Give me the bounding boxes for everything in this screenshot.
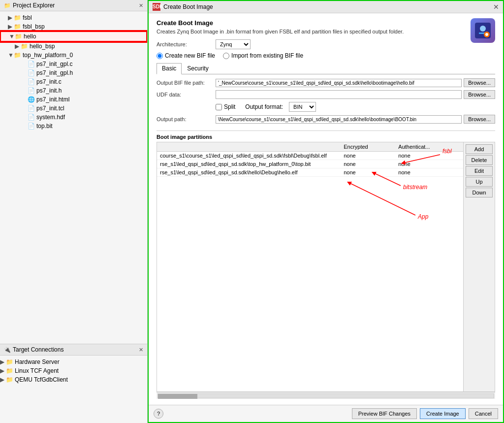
delete-button[interactable]: Delete xyxy=(466,155,493,165)
output-path-row: Output path: \NewCourse\course_s1\course… xyxy=(157,115,495,124)
ps7-init-h-label: ps7_init.h xyxy=(36,87,62,94)
table-row[interactable]: course_s1\course_s1\led_qspi_sd\led_qspi… xyxy=(157,152,463,160)
partitions-table: Encrypted Authenticat... course_s1\cours… xyxy=(157,142,463,177)
add-button[interactable]: Add xyxy=(466,144,493,154)
preview-bif-button[interactable]: Preview BIF Changes xyxy=(352,408,417,419)
project-explorer-icon: 📁 xyxy=(4,2,11,9)
tab-security[interactable]: Security xyxy=(182,63,214,74)
dialog-header: Create Boot Image Creates Zynq Boot Imag… xyxy=(157,19,495,34)
help-button[interactable]: ? xyxy=(154,409,163,419)
tc-item-hardware-server[interactable]: ▶ 📁 Hardware Server xyxy=(0,358,147,366)
svg-point-1 xyxy=(480,26,486,32)
tree-item-ps7-init-c[interactable]: 📄 ps7_init.c xyxy=(0,77,147,86)
header-icon-svg xyxy=(474,22,492,39)
tree-item-hello-bsp[interactable]: ▶ 📁 hello_bsp xyxy=(0,42,147,51)
tab-basic-label: Basic xyxy=(162,65,176,72)
hello-bsp-folder-icon: 📁 xyxy=(21,43,28,50)
output-path-browse-button[interactable]: Browse... xyxy=(464,115,495,124)
partitions-buttons: Add Delete Edit Up Down xyxy=(464,142,495,392)
fsbl-arrow: ▶ xyxy=(8,14,14,21)
tree-item-fsbl-bsp[interactable]: ▶ 📁 fsbl_bsp xyxy=(0,22,147,31)
cancel-button[interactable]: Cancel xyxy=(469,408,498,419)
ps7-gpl-c-icon: 📄 xyxy=(28,61,35,67)
tree-item-top-hw[interactable]: ▼ 📁 top_hw_platform_0 xyxy=(0,51,147,60)
bitstream-annotation: bitstream xyxy=(403,184,427,191)
fsbl-bsp-folder-icon: 📁 xyxy=(14,23,21,30)
split-format-control: Split Output format: BIN MCS xyxy=(216,102,495,112)
tree-item-fsbl[interactable]: ▶ 📁 fsbl xyxy=(0,13,147,22)
output-bif-row: Output BIF file path: '_NewCourse\course… xyxy=(157,78,495,87)
scrollbar-area xyxy=(157,392,495,399)
row1-encrypted: none xyxy=(341,152,395,160)
tc-item-qemu[interactable]: ▶ 📁 QEMU TcfGdbClient xyxy=(0,375,147,384)
tree-item-top-bit[interactable]: 📄 top.bit xyxy=(0,122,147,130)
hello-bsp-arrow: ▶ xyxy=(15,43,21,50)
edit-button[interactable]: Edit xyxy=(466,166,493,176)
radio-create-new[interactable]: Create new BIF file xyxy=(157,52,215,59)
partitions-label: Boot image partitions xyxy=(157,130,495,140)
fsbl-label: fsbl xyxy=(23,14,32,21)
tree-item-ps7-init-tcl[interactable]: 📄 ps7_init.tcl xyxy=(0,104,147,113)
tab-security-label: Security xyxy=(187,65,208,72)
hello-label: hello xyxy=(24,33,36,40)
table-row[interactable]: rse_s1\led_qspi_sd\led_qspi_sd.sdk\hello… xyxy=(157,168,463,177)
output-path-input[interactable]: \NewCourse\course_s1\course_s1\led_qspi_… xyxy=(216,115,462,124)
output-bif-control: '_NewCourse\course_s1\course_s1\led_qspi… xyxy=(216,78,495,87)
split-checkbox-label[interactable]: Split xyxy=(216,103,235,110)
system-hdf-icon: 📄 xyxy=(28,114,35,121)
ps7-init-c-icon: 📄 xyxy=(28,78,35,85)
output-bif-input[interactable]: '_NewCourse\course_s1\course_s1\led_qspi… xyxy=(216,79,462,87)
radio-create-new-input[interactable] xyxy=(157,53,163,59)
tree-item-ps7-init-h[interactable]: 📄 ps7_init.h xyxy=(0,86,147,95)
architecture-select[interactable]: Zynq ZynqMP xyxy=(216,39,251,49)
scrollbar-track[interactable] xyxy=(158,393,494,398)
linux-tcf-arrow: ▶ xyxy=(0,367,6,374)
row2-path: rse_s1\led_qspi_sd\led_qspi_sd.sdk\top_h… xyxy=(157,160,341,168)
hello-bsp-label: hello_bsp xyxy=(30,43,55,50)
udf-data-input[interactable] xyxy=(216,90,462,99)
tab-basic[interactable]: Basic xyxy=(157,63,182,74)
radio-import-input[interactable] xyxy=(223,53,229,59)
split-label: Split xyxy=(224,103,235,110)
udf-data-label: UDF data: xyxy=(157,92,216,98)
row1-auth: none xyxy=(395,152,463,160)
udf-data-row: UDF data: Browse... xyxy=(157,90,495,99)
output-bif-browse-button[interactable]: Browse... xyxy=(464,78,495,87)
top-hw-folder-icon: 📁 xyxy=(14,52,21,59)
target-connections: 🔌 Target Connections ✕ ▶ 📁 Hardware Serv… xyxy=(0,344,147,423)
output-bif-label: Output BIF file path: xyxy=(157,80,216,86)
ps7-init-html-label: ps7_init.html xyxy=(36,96,69,103)
tree-item-ps7-init-html[interactable]: 🌐 ps7_init.html xyxy=(0,95,147,104)
scrollbar-thumb[interactable] xyxy=(158,394,197,399)
dialog-close-button[interactable]: ✕ xyxy=(493,3,499,11)
hello-folder-icon: 📁 xyxy=(15,33,22,40)
qemu-icon: 📁 xyxy=(6,376,13,383)
output-format-select[interactable]: BIN MCS xyxy=(289,102,316,112)
tc-item-linux-tcf[interactable]: ▶ 📁 Linux TCF Agent xyxy=(0,366,147,375)
udf-data-browse-button[interactable]: Browse... xyxy=(464,90,495,99)
up-button[interactable]: Up xyxy=(466,177,493,187)
table-row[interactable]: rse_s1\led_qspi_sd\led_qspi_sd.sdk\top_h… xyxy=(157,160,463,168)
tree-item-system-hdf[interactable]: 📄 system.hdf xyxy=(0,113,147,122)
dialog-header-description: Creates Zynq Boot Image in .bin format f… xyxy=(157,29,495,34)
dialog-titlebar: SDK Create Boot Image ✕ xyxy=(149,1,503,13)
linux-tcf-label: Linux TCF Agent xyxy=(15,367,59,374)
project-explorer-close[interactable]: ✕ xyxy=(139,2,143,9)
ps7-init-tcl-label: ps7_init.tcl xyxy=(36,105,64,112)
split-checkbox[interactable] xyxy=(216,104,222,110)
hw-server-label: Hardware Server xyxy=(15,358,60,365)
header-icon xyxy=(471,18,495,43)
tree-item-ps7-gpl-h[interactable]: 📄 ps7_init_gpl.h xyxy=(0,68,147,77)
ps7-gpl-h-icon: 📄 xyxy=(28,69,35,76)
ps7-gpl-h-label: ps7_init_gpl.h xyxy=(36,69,73,76)
radio-import-label: Import from existing BIF file xyxy=(231,52,303,59)
down-button[interactable]: Down xyxy=(466,188,493,197)
target-connections-close[interactable]: ✕ xyxy=(139,347,143,353)
target-connections-tree: ▶ 📁 Hardware Server ▶ 📁 Linux TCF Agent … xyxy=(0,356,147,386)
tree-item-ps7-gpl-c[interactable]: 📄 ps7_init_gpl.c xyxy=(0,60,147,68)
create-image-button[interactable]: Create Image xyxy=(420,408,466,419)
svg-point-4 xyxy=(485,33,488,36)
radio-import[interactable]: Import from existing BIF file xyxy=(223,52,303,59)
partitions-wrapper: Encrypted Authenticat... course_s1\cours… xyxy=(157,142,495,399)
tree-item-hello[interactable]: ▼ 📁 hello xyxy=(0,31,147,42)
